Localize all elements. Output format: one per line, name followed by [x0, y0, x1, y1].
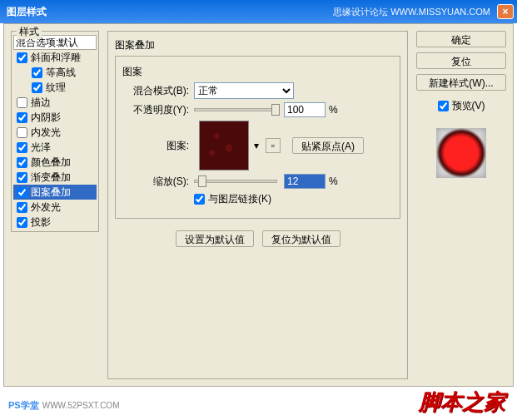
- reset-default-button[interactable]: 复位为默认值: [262, 230, 341, 247]
- scale-slider[interactable]: [194, 180, 277, 183]
- style-label: 内发光: [31, 126, 61, 140]
- style-checkbox[interactable]: [32, 82, 42, 93]
- scale-label: 缩放(S):: [122, 175, 189, 189]
- style-checkbox[interactable]: [17, 112, 27, 123]
- style-checkbox[interactable]: [17, 217, 27, 228]
- style-item[interactable]: 纹理: [13, 80, 97, 95]
- main-panel: 图案叠加 图案 混合模式(B): 正常 不透明度(Y): % 图案:: [107, 31, 408, 379]
- style-label: 渐变叠加: [31, 170, 71, 185]
- style-checkbox[interactable]: [17, 142, 27, 153]
- chevron-down-icon[interactable]: ▾: [254, 140, 259, 151]
- style-checkbox[interactable]: [17, 187, 27, 198]
- style-item[interactable]: 渐变叠加: [13, 170, 97, 185]
- link-layer-label: 与图层链接(K): [208, 192, 271, 206]
- style-label: 内阴影: [31, 111, 61, 125]
- style-label: 描边: [31, 96, 51, 110]
- style-checkbox[interactable]: [17, 127, 27, 138]
- styles-fieldset: 样式 混合选项:默认 斜面和浮雕等高线纹理描边内阴影内发光光泽颜色叠加渐变叠加图…: [11, 31, 99, 232]
- blend-mode-row: 混合模式(B): 正常: [122, 82, 393, 99]
- preview-label: 预览(V): [452, 99, 485, 113]
- new-pattern-button[interactable]: ▫: [266, 138, 281, 153]
- style-item[interactable]: 内阴影: [13, 110, 97, 125]
- scale-input[interactable]: [284, 174, 326, 189]
- opacity-input[interactable]: [284, 102, 326, 117]
- blend-mode-select[interactable]: 正常: [194, 82, 294, 99]
- link-layer-checkbox[interactable]: [194, 194, 205, 205]
- blend-mode-label: 混合模式(B):: [122, 84, 189, 98]
- style-item[interactable]: 投影: [13, 215, 97, 230]
- link-row: 与图层链接(K): [194, 192, 393, 206]
- preview-checkbox[interactable]: [438, 101, 449, 111]
- reset-button[interactable]: 复位: [416, 52, 506, 69]
- style-item[interactable]: 等高线: [13, 65, 97, 80]
- style-item[interactable]: 光泽: [13, 140, 97, 155]
- style-label: 颜色叠加: [31, 156, 71, 170]
- style-label: 等高线: [46, 66, 76, 80]
- overlay-fieldset: 图案叠加 图案 混合模式(B): 正常 不透明度(Y): % 图案:: [107, 31, 408, 379]
- right-panel: 确定 复位 新建样式(W)... 预览(V): [416, 31, 506, 379]
- ok-button[interactable]: 确定: [416, 31, 506, 47]
- pattern-fieldset: 图案 混合模式(B): 正常 不透明度(Y): % 图案: ▾: [115, 56, 400, 219]
- style-label: 纹理: [46, 81, 66, 95]
- set-default-button[interactable]: 设置为默认值: [176, 230, 254, 247]
- close-button[interactable]: ×: [497, 4, 514, 19]
- footer-url: WWW.52PSXT.COM: [42, 401, 120, 410]
- opacity-row: 不透明度(Y): %: [122, 102, 393, 117]
- opacity-slider[interactable]: [194, 108, 277, 111]
- pattern-label: 图案:: [122, 139, 189, 153]
- preview-row: 预览(V): [416, 99, 506, 113]
- style-item[interactable]: 颜色叠加: [13, 155, 97, 170]
- footer: PS学堂 WWW.52PSXT.COM 脚本之家: [0, 390, 517, 420]
- style-item[interactable]: 外发光: [13, 200, 97, 215]
- opacity-pct: %: [329, 104, 338, 116]
- titlebar: 图层样式 思缘设计论坛 WWW.MISSYUAN.COM ×: [0, 0, 517, 23]
- style-checkbox[interactable]: [17, 172, 27, 183]
- style-item[interactable]: 斜面和浮雕: [13, 50, 97, 65]
- scale-pct: %: [329, 175, 338, 187]
- style-checkbox[interactable]: [17, 157, 27, 168]
- pattern-row: 图案: ▾ ▫ 贴紧原点(A): [122, 121, 393, 170]
- new-style-button[interactable]: 新建样式(W)...: [416, 74, 506, 91]
- style-label: 外发光: [31, 200, 61, 215]
- style-label: 图案叠加: [31, 185, 71, 200]
- style-checkbox[interactable]: [17, 52, 27, 63]
- scale-row: 缩放(S): %: [122, 174, 393, 189]
- style-item[interactable]: 描边: [13, 95, 97, 110]
- style-checkbox[interactable]: [17, 97, 27, 108]
- style-label: 投影: [31, 215, 51, 230]
- dialog-content: 样式 混合选项:默认 斜面和浮雕等高线纹理描边内阴影内发光光泽颜色叠加渐变叠加图…: [3, 23, 514, 387]
- snap-origin-button[interactable]: 贴紧原点(A): [292, 137, 364, 154]
- style-panel: 样式 混合选项:默认 斜面和浮雕等高线纹理描边内阴影内发光光泽颜色叠加渐变叠加图…: [11, 31, 99, 379]
- preview-swatch: [436, 128, 486, 178]
- style-checkbox[interactable]: [32, 67, 42, 78]
- pattern-legend: 图案: [122, 65, 393, 79]
- pattern-swatch[interactable]: [199, 121, 249, 170]
- style-item[interactable]: 图案叠加: [13, 185, 97, 200]
- page-icon: ▫: [271, 140, 275, 151]
- footer-logo: 脚本之家: [419, 388, 505, 417]
- style-checkbox[interactable]: [17, 202, 27, 213]
- window-title: 图层样式: [7, 5, 333, 19]
- style-label: 斜面和浮雕: [31, 51, 81, 65]
- overlay-legend: 图案叠加: [115, 38, 400, 52]
- default-buttons-row: 设置为默认值 复位为默认值: [115, 230, 400, 247]
- styles-legend: 样式: [17, 25, 42, 39]
- style-label: 光泽: [31, 141, 51, 155]
- opacity-label: 不透明度(Y):: [122, 103, 189, 117]
- titlebar-meta: 思缘设计论坛 WWW.MISSYUAN.COM: [333, 6, 490, 18]
- styles-list: 混合选项:默认 斜面和浮雕等高线纹理描边内阴影内发光光泽颜色叠加渐变叠加图案叠加…: [13, 35, 97, 230]
- footer-brand: PS学堂: [8, 399, 39, 412]
- style-item[interactable]: 内发光: [13, 125, 97, 140]
